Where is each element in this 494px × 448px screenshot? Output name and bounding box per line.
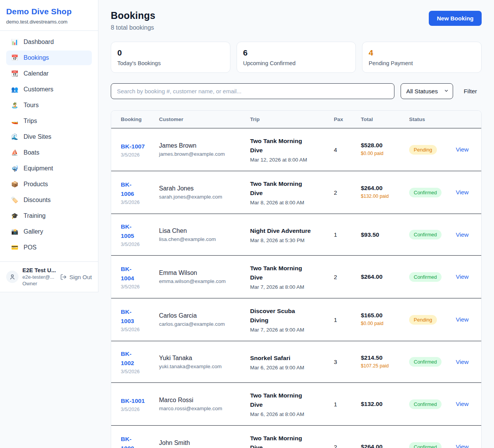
status-badge: Confirmed: [409, 230, 442, 239]
view-booking-link[interactable]: View: [456, 146, 469, 153]
sidebar-item-label: Dashboard: [24, 39, 54, 45]
trip-datetime: Mar 6, 2026 at 9:00 AM: [250, 365, 325, 371]
stat-label: Pending Payment: [369, 60, 475, 66]
customer-email: marco.rossi@example.com: [159, 406, 241, 411]
shop-domain: demo.test.divestreams.com: [6, 19, 92, 25]
new-booking-button[interactable]: New Booking: [429, 11, 482, 26]
sign-out-button[interactable]: Sign Out: [60, 274, 92, 280]
trip-datetime: Mar 7, 2026 at 8:00 AM: [250, 284, 325, 290]
customer-name: Yuki Tanaka: [159, 355, 241, 362]
sidebar-item-trips[interactable]: 🚤 Trips: [6, 114, 92, 128]
view-booking-link[interactable]: View: [456, 359, 469, 365]
booking-number-link[interactable]: BK- 1003: [121, 307, 134, 326]
booking-number-link[interactable]: BK-1001: [121, 396, 145, 406]
calendar-page-icon: 📆: [11, 70, 19, 77]
trip-name: Two Tank Morning Dive: [250, 136, 325, 155]
view-booking-link[interactable]: View: [456, 401, 469, 407]
user-box: E2E Test U... e2e-tester@... Owner Sign …: [0, 261, 98, 292]
app: Demo Dive Shop demo.test.divestreams.com…: [0, 0, 494, 448]
total-amount: $93.50: [361, 231, 400, 238]
user-info: E2E Test U... e2e-tester@... Owner: [22, 267, 56, 286]
sidebar-item-dashboard[interactable]: 📊 Dashboard: [6, 35, 92, 49]
sidebar-item-training[interactable]: 🎓 Training: [6, 209, 92, 223]
booking-date: 3/5/2026: [121, 284, 150, 290]
sidebar-item-calendar[interactable]: 📆 Calendar: [6, 66, 92, 81]
sidebar-item-discounts[interactable]: 🏷️ Discounts: [6, 193, 92, 207]
customer-email: lisa.chen@example.com: [159, 236, 241, 242]
sidebar-item-label: Equipment: [24, 165, 53, 172]
trip-datetime: Mar 12, 2026 at 8:00 AM: [250, 157, 325, 163]
total-amount: $214.50: [361, 354, 400, 361]
view-booking-link[interactable]: View: [456, 273, 469, 280]
trip-datetime: Mar 6, 2026 at 8:00 AM: [250, 411, 325, 417]
view-booking-link[interactable]: View: [456, 189, 469, 195]
customer-email: james.brown@example.com: [159, 151, 241, 157]
booking-number-link[interactable]: BK- 1005: [121, 222, 134, 241]
avatar: [6, 271, 19, 283]
paid-amount: $0.00 paid: [361, 150, 392, 157]
view-booking-link[interactable]: View: [456, 231, 469, 238]
sidebar-item-label: Dive Sites: [24, 133, 51, 140]
total-amount: $264.00: [361, 185, 400, 192]
trip-name: Snorkel Safari: [250, 354, 325, 363]
status-badge: Confirmed: [409, 399, 442, 409]
status-badge: Pending: [409, 315, 437, 325]
wave-icon: 🌊: [11, 133, 19, 140]
col-trip: Trip: [245, 111, 329, 128]
booking-date: 3/5/2026: [121, 200, 150, 205]
table-row: BK-1001 3/5/2026 Marco Rossi marco.rossi…: [111, 383, 481, 426]
sidebar-item-pos[interactable]: 💳 POS: [6, 240, 92, 255]
shop-name: Demo Dive Shop: [6, 7, 92, 16]
filter-button[interactable]: Filter: [459, 88, 482, 95]
customer-name: James Brown: [159, 142, 241, 149]
sidebar-item-gallery[interactable]: 📸 Gallery: [6, 224, 92, 239]
customer-name: Carlos Garcia: [159, 312, 241, 319]
user-name: E2E Test U...: [22, 267, 56, 273]
trip-name: Night Dive Adventure: [250, 226, 325, 236]
col-status: Status: [404, 111, 451, 128]
booking-number-link[interactable]: BK- 1002: [121, 349, 134, 368]
user-role: Owner: [22, 281, 56, 286]
total-amount: $132.00: [361, 401, 400, 408]
trip-name: Discover Scuba Diving: [250, 307, 325, 325]
pax-count: 2: [329, 256, 356, 298]
booking-date: 3/5/2026: [121, 242, 150, 247]
status-badge: Confirmed: [409, 188, 442, 197]
customer-email: emma.wilson@example.com: [159, 278, 241, 284]
sidebar-item-dive-sites[interactable]: 🌊 Dive Sites: [6, 130, 92, 144]
bookings-table: Booking Customer Trip Pax Total Status B…: [111, 111, 481, 448]
trip-name: Two Tank Morning Dive: [250, 264, 325, 282]
table-row: BK- 1006 3/5/2026 Sarah Jones sarah.jone…: [111, 171, 481, 214]
bookings-table-card: Booking Customer Trip Pax Total Status B…: [111, 110, 482, 448]
sidebar-item-boats[interactable]: ⛵ Boats: [6, 145, 92, 160]
booking-number-link[interactable]: BK- 1004: [121, 264, 134, 283]
sidebar-item-customers[interactable]: 👥 Customers: [6, 82, 92, 97]
trip-datetime: Mar 8, 2026 at 8:00 AM: [250, 200, 325, 205]
credit-card-icon: 💳: [11, 244, 19, 251]
view-booking-link[interactable]: View: [456, 443, 469, 448]
booking-number-link[interactable]: BK- 1006: [121, 180, 134, 199]
col-customer: Customer: [154, 111, 245, 128]
booking-number-link[interactable]: BK-1007: [121, 142, 145, 151]
graduation-cap-icon: 🎓: [11, 212, 19, 219]
stat-card: 6 Upcoming Confirmed: [237, 42, 356, 73]
view-booking-link[interactable]: View: [456, 316, 469, 323]
pax-count: 1: [329, 298, 356, 341]
sidebar-item-products[interactable]: 📦 Products: [6, 177, 92, 192]
booking-number-link[interactable]: BK- 1000: [121, 435, 134, 448]
table-row: BK- 1000 3/5/2026 John Smith john.smith@…: [111, 426, 481, 448]
col-view: [451, 111, 481, 128]
trip-datetime: Mar 7, 2026 at 9:00 AM: [250, 327, 325, 333]
person-icon: [9, 274, 15, 280]
search-input[interactable]: [111, 83, 394, 99]
stat-value: 4: [369, 48, 475, 57]
booking-date: 3/5/2026: [121, 407, 150, 412]
customer-name: Marco Rossi: [159, 397, 241, 404]
sidebar-item-bookings[interactable]: 📅 Bookings: [6, 51, 92, 65]
status-filter-select[interactable]: All Statuses: [401, 83, 453, 99]
sidebar-item-equipment[interactable]: 🤿 Equipment: [6, 161, 92, 176]
sidebar-item-tours[interactable]: 🏝️ Tours: [6, 98, 92, 113]
paid-amount: $0.00 paid: [361, 320, 392, 327]
diving-mask-icon: 🤿: [11, 165, 19, 172]
status-badge: Confirmed: [409, 272, 442, 282]
